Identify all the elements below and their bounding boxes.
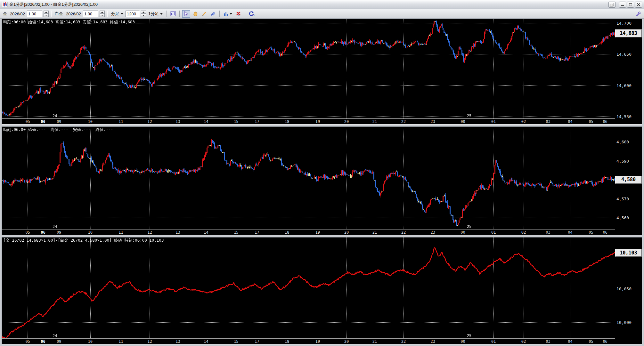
spin-down-button[interactable]: [100, 14, 105, 17]
y-axis-tick: 14,550: [616, 114, 632, 119]
platinum-month-label: 2026/02: [65, 12, 82, 16]
time-axis-label: 13: [175, 339, 180, 344]
toolbar-separator: [166, 11, 167, 17]
time-axis-label: 17: [255, 119, 259, 124]
chart-area: 時刻:06:00 始値:14,683 高値:14,683 安値:14,683 終…: [2, 19, 642, 344]
chart-clear-icon: [236, 11, 241, 16]
chevron-down-icon: [230, 13, 232, 15]
day-marker: 25: [467, 114, 471, 118]
day-marker: 24: [53, 114, 57, 118]
spin-up-button[interactable]: [100, 11, 105, 14]
spin-up-icon: [45, 12, 47, 13]
draw-line-button[interactable]: [200, 10, 208, 18]
time-axis-label: 13: [175, 119, 180, 124]
time-axis-label: 06: [41, 119, 45, 124]
time-axis-label: 23: [431, 230, 435, 235]
y-axis-tick: 4,570: [616, 197, 629, 201]
spread-chart-canvas[interactable]: [2, 237, 615, 338]
bar-type-label: 分足: [111, 11, 119, 17]
close-icon: [637, 3, 640, 6]
spin-down-button[interactable]: [44, 14, 49, 17]
settings-wrench-button[interactable]: [634, 10, 642, 18]
bar-type-dropdown[interactable]: 分足: [110, 10, 125, 18]
time-axis-label: 06: [603, 230, 607, 235]
title-bar[interactable]: 金1分足[2026/02]1.00 - 白金1分足[2026/02]1.00: [0, 0, 644, 9]
gold-time-axis: 0506091011121314151718192021222300010203…: [2, 118, 615, 124]
platinum-multiplier-input[interactable]: [83, 11, 98, 17]
spin-down-button[interactable]: [141, 14, 146, 17]
chart-type-dropdown[interactable]: [222, 10, 233, 18]
time-axis-label: 15: [234, 119, 238, 124]
time-axis-label: 02: [521, 339, 526, 344]
spread-readout: [金 26/02 14,683×1.00]-[白金 26/02 4,580×1.…: [3, 238, 164, 243]
maximize-button[interactable]: [627, 2, 634, 8]
spread-price-axis: 10,05010,00010,103: [615, 237, 642, 344]
day-marker: 24: [53, 334, 57, 338]
pencil-icon: [202, 11, 207, 16]
spin-up-button[interactable]: [141, 11, 146, 14]
bar-count-stepper: [141, 11, 146, 17]
day-marker: 25: [467, 334, 471, 338]
gold-month-label: 2026/02: [9, 12, 26, 16]
time-axis-label: 15: [234, 230, 238, 235]
time-axis-label: 12: [147, 230, 152, 235]
hand-pan-button[interactable]: [191, 10, 199, 18]
bar-chart-icon: [224, 12, 228, 16]
toolbar-separator: [107, 11, 108, 17]
time-axis-label: 09: [57, 339, 61, 344]
bar-count-input[interactable]: [126, 11, 140, 17]
time-axis-label: 19: [315, 339, 320, 344]
time-axis-label: 10: [88, 339, 93, 344]
chevron-down-icon: [121, 13, 123, 15]
time-axis-label: 05: [25, 339, 30, 344]
time-axis-label: 18: [285, 230, 289, 235]
y-axis-tick: 4,590: [616, 158, 629, 163]
wrench-icon: [635, 11, 641, 16]
reload-button[interactable]: R: [248, 10, 256, 18]
time-axis-label: 14: [204, 119, 208, 124]
gold-chart-canvas[interactable]: [2, 19, 615, 118]
spin-up-icon: [101, 12, 103, 13]
eraser-button[interactable]: [209, 10, 217, 18]
toolbar-separator: [245, 11, 245, 17]
minimize-button[interactable]: [619, 2, 626, 8]
spread-plot-area: [金 26/02 14,683×1.00]-[白金 26/02 4,580×1.…: [2, 237, 615, 338]
time-axis-label: 22: [401, 230, 406, 235]
time-axis-label: 23: [431, 119, 435, 124]
time-axis-label: 00: [461, 119, 465, 124]
toolbar: 金 2026/02 白金 2026/02 分足 1分足: [0, 9, 644, 19]
time-axis-label: 11: [118, 119, 123, 124]
time-axis-label: 22: [401, 339, 406, 344]
hand-pan-icon: [193, 11, 198, 16]
time-axis-label: 05: [25, 230, 30, 235]
time-axis-label: 10: [88, 230, 93, 235]
time-axis-label: 09: [57, 119, 61, 124]
spin-up-button[interactable]: [44, 11, 49, 14]
close-button[interactable]: [635, 2, 642, 8]
chevron-down-icon: [160, 13, 163, 15]
chart-settings-button[interactable]: [169, 10, 177, 18]
select-cursor-button[interactable]: [182, 10, 190, 18]
platinum-chart-canvas[interactable]: [2, 127, 615, 229]
platinum-chart-panel: 時刻:06:00 始値:--- 高値:--- 安値:--- 終値:--- 242…: [2, 126, 642, 235]
time-axis-label: 13: [175, 230, 180, 235]
app-window: 金1分足[2026/02]1.00 - 白金1分足[2026/02]1.00: [0, 0, 644, 346]
chart-clear-button[interactable]: [234, 10, 242, 18]
time-axis-label: 04: [568, 119, 572, 124]
gold-chart-panel: 時刻:06:00 始値:14,683 高値:14,683 安値:14,683 終…: [2, 19, 642, 125]
time-axis-label: 01: [491, 339, 496, 344]
interval-label: 1分足: [148, 11, 159, 17]
toolbar-separator: [51, 11, 52, 17]
time-axis-label: 05: [589, 339, 593, 344]
day-marker: 25: [467, 224, 471, 229]
eraser-icon: [210, 11, 216, 16]
time-axis-label: 20: [344, 230, 349, 235]
time-axis-label: 21: [372, 339, 377, 344]
layout-button[interactable]: [608, 2, 615, 8]
chart-settings-icon: [170, 11, 176, 16]
interval-dropdown[interactable]: 1分足: [147, 10, 164, 18]
time-axis-label: 14: [204, 230, 208, 235]
time-axis-label: 12: [147, 339, 152, 344]
time-axis-label: 03: [546, 230, 550, 235]
gold-multiplier-input[interactable]: [27, 11, 42, 17]
